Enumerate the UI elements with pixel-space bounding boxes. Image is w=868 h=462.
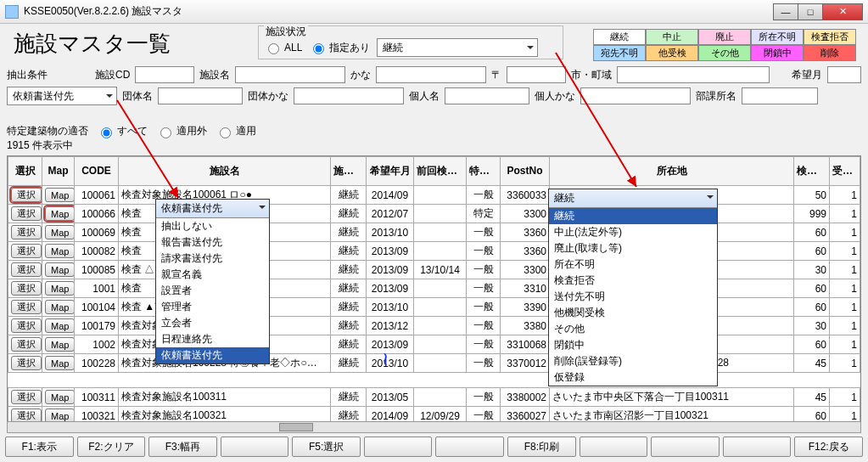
map-button[interactable]: Map: [45, 281, 75, 296]
dantai-kana-input[interactable]: [294, 87, 404, 104]
column-header[interactable]: Map: [42, 157, 75, 186]
appl-in-radio[interactable]: 適用: [216, 124, 256, 138]
status-has-radio[interactable]: 指定あり: [309, 41, 370, 55]
appl-all-radio[interactable]: すべて: [97, 124, 148, 138]
select-button[interactable]: 選択: [11, 188, 42, 202]
f10-button[interactable]: [651, 437, 720, 457]
map-button[interactable]: Map: [45, 337, 75, 352]
f7-button[interactable]: [435, 437, 504, 457]
dropdown-item[interactable]: 親宣名義: [156, 267, 269, 283]
bukasho-input[interactable]: [742, 87, 818, 104]
map-button[interactable]: Map: [45, 262, 75, 277]
column-header[interactable]: 選択: [8, 157, 42, 186]
select-button[interactable]: 選択: [11, 225, 42, 239]
select-button[interactable]: 選択: [11, 390, 42, 404]
select-button[interactable]: 選択: [11, 318, 42, 333]
dropdown-item[interactable]: 削除(誤登録等): [549, 353, 717, 369]
table-wrap[interactable]: 選択MapCODE施設名施設状況希望年月前回検査年月日特定建築PostNo所在地…: [7, 155, 861, 425]
f1-button[interactable]: F1:表示: [5, 437, 74, 457]
kojin-input[interactable]: [445, 87, 529, 104]
map-button[interactable]: Map: [45, 206, 75, 221]
status-all-radio[interactable]: ALL: [264, 41, 302, 54]
dantai-input[interactable]: [158, 87, 243, 104]
name-input[interactable]: [235, 66, 345, 83]
column-header[interactable]: 検査要分: [794, 157, 830, 186]
select-button[interactable]: 選択: [11, 356, 42, 370]
filter-dropdown[interactable]: 依頼書送付先: [7, 87, 117, 105]
table-row[interactable]: 選択Map100228検査対象施設名100228 特◎養▽老◇ホ○…継続2013…: [8, 354, 860, 373]
maximize-button[interactable]: □: [798, 3, 823, 20]
dropdown-item[interactable]: 検査拒否: [549, 273, 717, 289]
column-header[interactable]: 希望年月: [367, 157, 414, 186]
f9-button[interactable]: [580, 437, 648, 457]
map-button[interactable]: Map: [45, 356, 75, 370]
f5-button[interactable]: F5:選択: [292, 437, 361, 457]
f6-button[interactable]: [364, 437, 433, 457]
overlay-status-dropdown[interactable]: 継続 継続中止(法定外等)廃止(取壊し等)所在不明検査拒否送付先不明他機関受検そ…: [548, 189, 718, 386]
table-row[interactable]: 選択Map1001検査継続2013/09一般3310601: [8, 279, 860, 298]
dropdown-item[interactable]: 依頼書送付先: [156, 347, 269, 363]
select-button[interactable]: 選択: [11, 281, 42, 296]
close-button[interactable]: ✕: [822, 3, 863, 20]
table-row[interactable]: 選択Map100069検査継続2013/10一般3360601: [8, 223, 860, 242]
dropdown-item[interactable]: 抽出しない: [156, 218, 269, 234]
select-button[interactable]: 選択: [11, 262, 42, 277]
column-header[interactable]: 施設名: [119, 157, 331, 186]
postal-input[interactable]: [507, 66, 566, 83]
f8-button[interactable]: F8:印刷: [507, 437, 576, 457]
map-button[interactable]: Map: [45, 300, 75, 314]
select-button[interactable]: 選択: [11, 206, 42, 221]
kojin-kana-input[interactable]: [580, 87, 691, 104]
city-input[interactable]: [617, 66, 770, 83]
f2-button[interactable]: F2:クリア: [77, 437, 146, 457]
column-header[interactable]: PostNo: [501, 157, 550, 186]
table-row[interactable]: 選択Map1002検査対象施設名1002継続2013/09一般3310068さい…: [8, 335, 860, 354]
table-row[interactable]: 選択Map100311検査対象施設名100311継続2013/05一般33800…: [8, 388, 860, 407]
dropdown-item[interactable]: 日程連絡先: [156, 331, 269, 347]
dropdown-item[interactable]: 中止(法定外等): [549, 224, 717, 240]
dropdown-item[interactable]: 設置者: [156, 283, 269, 299]
overlay-filter-dropdown[interactable]: 依頼書送付先 抽出しない報告書送付先請求書送付先親宣名義設置者管理者立会者日程連…: [155, 199, 270, 364]
dropdown-item[interactable]: その他: [549, 321, 717, 337]
f4-button[interactable]: [221, 437, 289, 457]
map-button[interactable]: Map: [45, 390, 75, 404]
dropdown-item[interactable]: 立会者: [156, 315, 269, 331]
dropdown-item[interactable]: 閉鎖中: [549, 337, 717, 353]
column-header[interactable]: 特定建築: [467, 157, 501, 186]
code-input[interactable]: [135, 66, 194, 83]
dropdown-item[interactable]: 報告書送付先: [156, 234, 269, 251]
overlay-filter-header[interactable]: 依頼書送付先: [156, 200, 269, 218]
f12-button[interactable]: F12:戻る: [794, 437, 863, 457]
select-button[interactable]: 選択: [11, 337, 42, 352]
dropdown-item[interactable]: 仮登録: [549, 369, 717, 386]
horizontal-scrollbar[interactable]: [7, 421, 861, 433]
select-button[interactable]: 選択: [11, 244, 42, 258]
scrollbar-thumb[interactable]: [279, 423, 313, 431]
dropdown-item[interactable]: 他機関受検: [549, 305, 717, 321]
table-row[interactable]: 選択Map100066検査継続2012/07特定33009991: [8, 205, 860, 223]
dropdown-item[interactable]: 請求書送付先: [156, 251, 269, 267]
f3-button[interactable]: F3:幅再: [148, 437, 217, 457]
table-row[interactable]: 選択Map100104検査 ▲南☆院/新▽)継続2013/10一般3390601: [8, 298, 860, 317]
column-header[interactable]: 受水槽数: [830, 157, 860, 186]
column-header[interactable]: 施設状況: [331, 157, 367, 186]
minimize-button[interactable]: —: [773, 3, 798, 20]
kibou-input[interactable]: [827, 66, 861, 83]
table-row[interactable]: 選択Map100179検査対象施設名100179継続2013/12一般33803…: [8, 317, 860, 335]
dropdown-item[interactable]: 管理者: [156, 299, 269, 315]
overlay-status-header[interactable]: 継続: [549, 189, 717, 208]
dropdown-item[interactable]: 廃止(取壊し等): [549, 240, 717, 256]
table-row[interactable]: 選択Map100082検査継続2013/09一般3360601: [8, 242, 860, 261]
kana-input[interactable]: [376, 66, 486, 83]
column-header[interactable]: CODE: [75, 157, 119, 186]
dropdown-item[interactable]: 所在不明: [549, 256, 717, 273]
map-button[interactable]: Map: [45, 244, 75, 258]
table-row[interactable]: 選択Map100085検査 △▲療☆門◎校継続2013/0913/10/14一般…: [8, 261, 860, 279]
column-header[interactable]: 前回検査年月日: [414, 157, 467, 186]
column-header[interactable]: 所在地: [550, 157, 794, 186]
map-button[interactable]: Map: [45, 318, 75, 333]
f11-button[interactable]: [723, 437, 792, 457]
map-button[interactable]: Map: [45, 188, 75, 202]
select-button[interactable]: 選択: [11, 300, 42, 314]
table-row[interactable]: 選択Map100061検査対象施設名100061 ロ○●継続2014/09一般3…: [8, 186, 860, 205]
